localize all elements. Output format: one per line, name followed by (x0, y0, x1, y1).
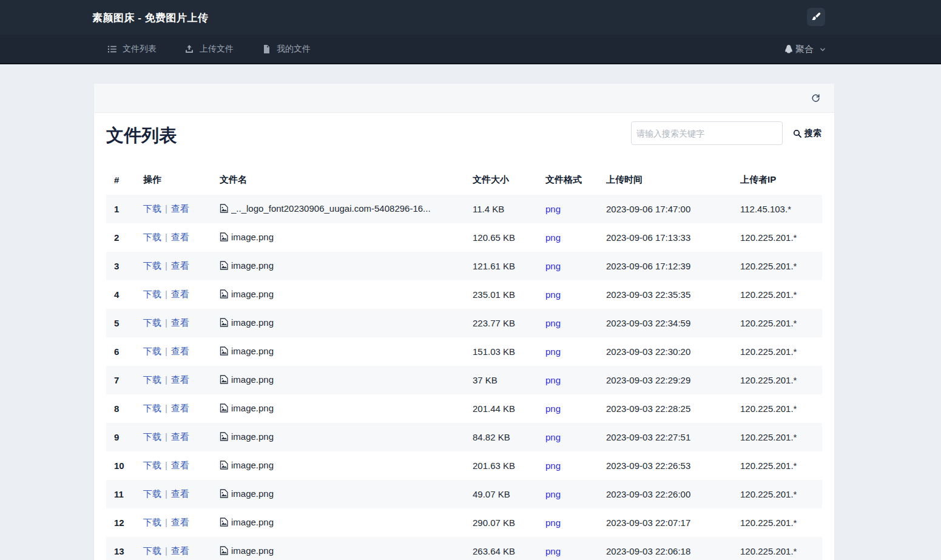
uploader-ip: 112.45.103.* (732, 195, 822, 223)
action-separator: | (165, 317, 167, 328)
file-size: 201.44 KB (465, 394, 538, 423)
tab-upload[interactable]: 上传文件 (184, 44, 234, 55)
header-size: 文件大小 (465, 165, 538, 195)
format-link[interactable]: png (545, 432, 561, 442)
header-format: 文件格式 (538, 165, 598, 195)
tab-file-list[interactable]: 文件列表 (107, 44, 157, 55)
format-link[interactable]: png (545, 518, 561, 528)
table-row: 4 下载|查看 image.png 235.01 KB png 2023-09-… (106, 280, 822, 309)
file-name: image.png (231, 260, 274, 271)
search-icon (793, 129, 801, 138)
download-link[interactable]: 下载 (143, 431, 161, 442)
view-link[interactable]: 查看 (171, 545, 189, 556)
format-link[interactable]: png (545, 403, 561, 414)
header-time: 上传时间 (598, 165, 732, 195)
main-content: 文件列表 搜索 (0, 84, 941, 560)
format-link[interactable]: png (545, 204, 561, 214)
upload-icon (184, 44, 194, 54)
row-index: 7 (106, 366, 135, 394)
list-icon (107, 44, 117, 54)
file-name: image.png (231, 545, 274, 556)
view-link[interactable]: 查看 (171, 317, 189, 328)
card-header (94, 84, 834, 113)
view-link[interactable]: 查看 (171, 517, 189, 527)
upload-time: 2023-09-06 17:12:39 (598, 252, 732, 280)
view-link[interactable]: 查看 (171, 374, 189, 385)
uploader-ip: 120.225.201.* (732, 451, 822, 480)
table-row: 7 下载|查看 image.png 37 KB png 2023-09-03 2… (106, 366, 822, 394)
file-size: 120.65 KB (465, 223, 538, 252)
format-link[interactable]: png (545, 546, 561, 556)
file-name: image.png (231, 460, 274, 470)
download-link[interactable]: 下载 (143, 346, 161, 356)
download-link[interactable]: 下载 (143, 488, 161, 499)
download-link[interactable]: 下载 (143, 289, 161, 299)
uploader-ip: 120.225.201.* (732, 508, 822, 537)
view-link[interactable]: 查看 (171, 460, 189, 470)
download-link[interactable]: 下载 (143, 317, 161, 328)
format-link[interactable]: png (545, 346, 561, 357)
download-link[interactable]: 下载 (143, 232, 161, 242)
upload-time: 2023-09-03 22:29:29 (598, 366, 732, 394)
format-link[interactable]: png (545, 289, 561, 300)
file-name: image.png (231, 374, 274, 385)
format-link[interactable]: png (545, 489, 561, 499)
tab-my-files[interactable]: 我的文件 (261, 44, 311, 55)
view-link[interactable]: 查看 (171, 232, 189, 242)
uploader-ip: 120.225.201.* (732, 366, 822, 394)
user-menu-label: 聚合 (795, 44, 814, 55)
download-link[interactable]: 下载 (143, 203, 161, 214)
row-index: 1 (106, 195, 135, 223)
download-link[interactable]: 下载 (143, 374, 161, 385)
table-row: 12 下载|查看 image.png 290.07 KB png 2023-09… (106, 508, 822, 537)
action-separator: | (165, 346, 167, 356)
row-index: 2 (106, 223, 135, 252)
view-link[interactable]: 查看 (171, 346, 189, 356)
file-size: 201.63 KB (465, 451, 538, 480)
view-link[interactable]: 查看 (171, 260, 189, 271)
uploader-ip: 120.225.201.* (732, 394, 822, 423)
table-row: 1 下载|查看 _.._logo_font20230906_uugai.com-… (106, 195, 822, 223)
view-link[interactable]: 查看 (171, 403, 189, 413)
format-link[interactable]: png (545, 375, 561, 385)
download-link[interactable]: 下载 (143, 403, 161, 413)
upload-time: 2023-09-03 22:26:00 (598, 480, 732, 508)
header-filename: 文件名 (212, 165, 465, 195)
download-link[interactable]: 下载 (143, 260, 161, 271)
file-table: # 操作 文件名 文件大小 文件格式 上传时间 上传者IP 1 下载|查看 (106, 165, 822, 560)
download-link[interactable]: 下载 (143, 460, 161, 470)
upload-time: 2023-09-03 22:07:17 (598, 508, 732, 537)
format-link[interactable]: png (545, 232, 561, 243)
table-row: 5 下载|查看 image.png 223.77 KB png 2023-09-… (106, 309, 822, 337)
theme-brush-button[interactable] (807, 8, 825, 26)
file-table-body: 1 下载|查看 _.._logo_font20230906_uugai.com-… (106, 195, 822, 560)
row-index: 6 (106, 337, 135, 366)
format-link[interactable]: png (545, 261, 561, 271)
search-input[interactable] (631, 121, 783, 145)
image-file-icon (220, 432, 228, 441)
file-size: 37 KB (465, 366, 538, 394)
format-link[interactable]: png (545, 460, 561, 471)
header-ip: 上传者IP (732, 165, 822, 195)
user-menu[interactable]: 聚合 (783, 44, 826, 55)
view-link[interactable]: 查看 (171, 431, 189, 442)
upload-time: 2023-09-03 22:06:18 (598, 537, 732, 560)
header-index: # (106, 165, 135, 195)
upload-time: 2023-09-06 17:47:00 (598, 195, 732, 223)
download-link[interactable]: 下载 (143, 545, 161, 556)
image-file-icon (220, 318, 228, 327)
file-name: image.png (231, 517, 274, 527)
format-link[interactable]: png (545, 318, 561, 328)
refresh-button[interactable] (809, 92, 822, 104)
search-button[interactable]: 搜索 (793, 128, 821, 139)
uploader-ip: 120.225.201.* (732, 223, 822, 252)
image-file-icon (220, 289, 228, 299)
action-separator: | (165, 545, 167, 556)
view-link[interactable]: 查看 (171, 488, 189, 499)
uploader-ip: 120.225.201.* (732, 252, 822, 280)
view-link[interactable]: 查看 (171, 203, 189, 214)
image-file-icon (220, 204, 228, 213)
download-link[interactable]: 下载 (143, 517, 161, 527)
file-size: 290.07 KB (465, 508, 538, 537)
view-link[interactable]: 查看 (171, 289, 189, 299)
